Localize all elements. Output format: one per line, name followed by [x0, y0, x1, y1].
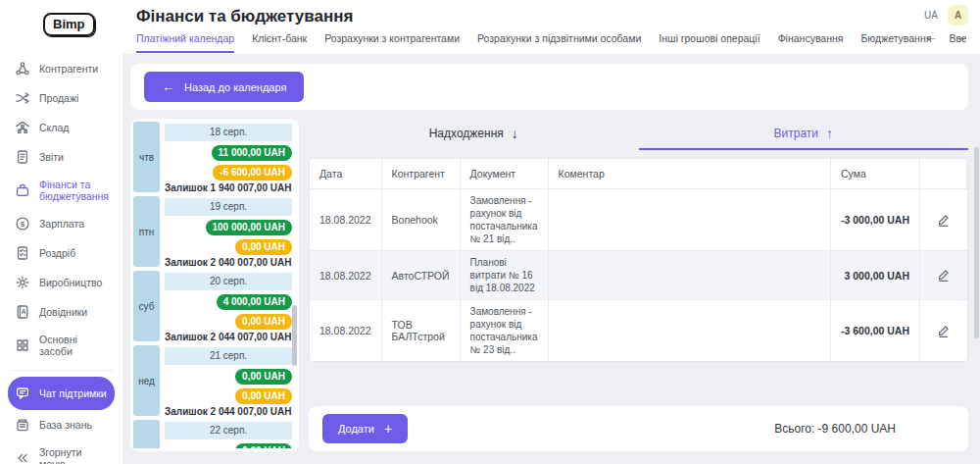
arrow-up-icon: ↑ — [826, 126, 833, 141]
edit-icon[interactable] — [934, 266, 953, 284]
expense-badge: 0,00 UAH — [235, 388, 292, 404]
back-to-calendar-button[interactable]: ← Назад до календаря — [144, 72, 304, 102]
nav-forward-arrow-icon[interactable]: → — [954, 28, 967, 44]
income-badge: 11 000,00 UAH — [212, 145, 292, 161]
sidebar-item[interactable]: Основні засоби — [8, 327, 115, 364]
section-tab[interactable]: Бюджетування — [860, 32, 931, 53]
column-header: Документ — [460, 159, 548, 189]
cell-sum: -3 600,00 UAH — [830, 300, 919, 362]
language-switcher[interactable]: UA — [924, 10, 938, 21]
calendar-day[interactable]: чтв 18 серп. 11 000,00 UAH -6 600,00 UAH… — [133, 122, 296, 192]
tab-expense-label: Витрати — [774, 127, 819, 140]
counterparties-icon — [15, 61, 30, 77]
operations-panel: Надходження ↓ Витрати ↑ — [309, 119, 968, 451]
sidebar-item-knowledge-base[interactable]: База знань — [8, 410, 115, 439]
income-badge: 0,00 UAH — [235, 369, 292, 385]
section-tab[interactable]: Клієнт-банк — [252, 32, 307, 53]
app-logo[interactable]: Bimp — [43, 13, 95, 36]
calendar-scrollbar[interactable] — [292, 305, 297, 366]
table-row[interactable]: 18.08.2022 Bonehook Замовлення - рахунок… — [310, 189, 967, 251]
sidebar-item[interactable]: Роздріб — [8, 238, 115, 268]
sidebar-item[interactable]: $ Зарплата — [8, 209, 115, 238]
day-date: 22 серп. — [165, 422, 292, 439]
section-tab[interactable]: Інші грошові операції — [659, 32, 760, 53]
calendar-day[interactable]: суб 20 серп. 4 000,00 UAH 0,00 UAH Залиш… — [133, 271, 296, 341]
section-tab[interactable]: Розрахунки з контрагентами — [324, 32, 460, 53]
sidebar-item-label: Роздріб — [39, 247, 75, 259]
nav-back-arrow-icon[interactable]: ← — [924, 28, 938, 44]
back-to-calendar-label: Назад до календаря — [184, 81, 286, 93]
tab-expense[interactable]: Витрати ↑ — [639, 119, 969, 150]
cell-document: Планові витрати № 16 від 18.08.2022 — [460, 251, 548, 300]
collapse-menu-label: Згорнути меню — [39, 446, 108, 464]
sidebar-item[interactable]: Контрагенти — [8, 54, 115, 83]
day-balance: Залишок 1 940 007,00 UAH — [165, 180, 292, 195]
sidebar-item-label: Чат підтримки — [39, 387, 107, 399]
edit-icon[interactable] — [934, 211, 953, 230]
calendar-day[interactable]: пон 22 серп. 0,00 UAH 0,00 UAH — [133, 420, 296, 448]
day-date: 20 серп. — [165, 273, 292, 290]
expense-badge: 0,00 UAH — [235, 239, 292, 255]
cell-comment — [548, 300, 830, 362]
day-balance: Залишок 2 044 007,00 UAH — [165, 404, 292, 419]
cell-document: Замовлення - рахунок від постачальника №… — [460, 189, 548, 251]
day-date: 19 серп. — [165, 198, 292, 216]
page-header: Фінанси та бюджетування Платіжний календ… — [122, 0, 980, 54]
calendar-panel: чтв 18 серп. 11 000,00 UAH -6 600,00 UAH… — [130, 119, 299, 451]
sidebar-item-support-chat[interactable]: Чат підтримки — [8, 377, 115, 410]
production-icon — [15, 275, 30, 290]
column-header: Сума — [830, 159, 919, 189]
day-balance: Залишок 2 040 007,00 UAH — [165, 255, 292, 270]
calendar-day[interactable]: птн 19 серп. 100 000,00 UAH 0,00 UAH Зал… — [133, 196, 296, 267]
cell-document: Замовлення - рахунок від постачальника №… — [460, 300, 548, 362]
sales-icon — [15, 90, 30, 106]
directories-icon: A — [15, 304, 30, 320]
page-scrollbar[interactable] — [974, 147, 979, 338]
section-tab[interactable]: Розрахунки з підзвітними особами — [477, 32, 641, 53]
add-button[interactable]: Додати + — [322, 414, 408, 443]
main-area: Фінанси та бюджетування Платіжний календ… — [122, 0, 980, 464]
toolbar-card: ← Назад до календаря — [130, 64, 968, 110]
cell-date: 18.08.2022 — [310, 251, 381, 300]
plus-icon: + — [384, 422, 392, 436]
column-header: Коментар — [548, 159, 830, 189]
avatar[interactable]: A — [948, 5, 968, 26]
sidebar-item[interactable]: Склад — [8, 113, 115, 142]
day-of-week-label: птн — [133, 196, 160, 267]
sidebar-item-label: Звіти — [39, 151, 64, 163]
table-row[interactable]: 18.08.2022 АвтоСТРОЙ Планові витрати № 1… — [310, 251, 967, 300]
content-area: ← Назад до календаря чтв 18 серп. 11 000… — [122, 54, 980, 464]
sidebar-item[interactable]: Фінанси та бюджетування — [8, 172, 115, 209]
section-tab[interactable]: Платіжний календар — [136, 32, 234, 53]
income-badge: 0,00 UAH — [235, 443, 292, 448]
left-arrow-icon: ← — [162, 79, 174, 94]
expense-badge: 0,00 UAH — [235, 314, 292, 330]
tab-income[interactable]: Надходження ↓ — [309, 119, 639, 150]
sidebar-nav: Контрагенти Продажі Склад Звіти Фінанси … — [0, 52, 122, 464]
section-tab[interactable]: Фінансування — [778, 32, 844, 53]
sidebar: Bimp Контрагенти Продажі Склад Звіти Фін… — [0, 0, 122, 464]
cell-counterparty: Bonehook — [381, 189, 460, 251]
cell-sum: 3 000,00 UAH — [830, 251, 919, 300]
income-expense-toggle: Надходження ↓ Витрати ↑ — [309, 119, 968, 150]
cell-date: 18.08.2022 — [310, 189, 381, 251]
day-of-week-label: суб — [133, 271, 160, 341]
sidebar-item-label: Контрагенти — [39, 63, 98, 75]
sidebar-item[interactable]: Виробництво — [8, 268, 115, 297]
sidebar-item-label: База знань — [39, 419, 92, 431]
page-title: Фінанси та бюджетування — [136, 7, 966, 26]
table-row[interactable]: 18.08.2022 ТОВ БАЛТстрой Замовлення - ра… — [310, 300, 967, 362]
day-date: 18 серп. — [165, 124, 292, 141]
collapse-menu-button[interactable]: Згорнути меню — [8, 439, 115, 464]
day-of-week-label: пон — [133, 420, 160, 448]
calendar-day[interactable]: нед 21 серп. 0,00 UAH 0,00 UAH Залишок 2… — [133, 345, 296, 416]
sidebar-item[interactable]: Звіти — [8, 142, 115, 172]
income-badge: 100 000,00 UAH — [206, 220, 293, 235]
edit-icon[interactable] — [934, 322, 953, 340]
sidebar-item[interactable]: A Довідники — [8, 297, 115, 327]
sidebar-item-label: Продажі — [39, 92, 78, 104]
finance-icon — [15, 182, 30, 198]
sidebar-item[interactable]: Продажі — [8, 83, 115, 113]
cell-sum: -3 000,00 UAH — [830, 189, 919, 251]
day-of-week-label: чтв — [133, 122, 160, 192]
